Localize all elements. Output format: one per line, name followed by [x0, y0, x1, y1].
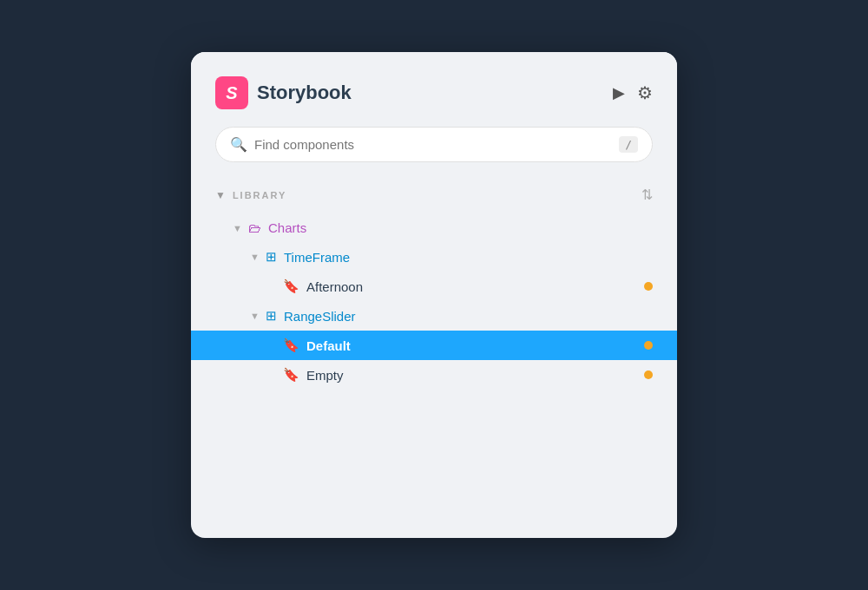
search-shortcut: / [619, 136, 638, 153]
sidebar-item-rangeslider[interactable]: ▼ ⊞ RangeSlider [191, 301, 677, 331]
library-label: LIBRARY [233, 190, 635, 200]
sidebar-item-empty[interactable]: 🔖 Empty [191, 360, 677, 390]
sort-icon[interactable]: ⇅ [641, 187, 653, 203]
sidebar-item-charts[interactable]: ▼ 🗁 Charts [191, 213, 677, 242]
logo-container: S Storybook [215, 76, 613, 109]
item-label: RangeSlider [284, 309, 653, 324]
component-icon: ⊞ [266, 308, 277, 324]
chevron-icon: ▼ [250, 311, 262, 321]
status-dot [644, 370, 653, 379]
storybook-panel: S Storybook ▶ ⚙ 🔍 / ▼ LIBRARY ⇅ ▼ 🗁 Char… [191, 52, 677, 538]
sidebar-item-afternoon[interactable]: 🔖 Afternoon [191, 272, 677, 301]
folder-icon: 🗁 [248, 220, 261, 235]
search-container: 🔍 / [191, 127, 677, 180]
item-label: TimeFrame [284, 250, 653, 265]
bookmark-icon: 🔖 [283, 279, 299, 294]
item-label: Afternoon [306, 279, 644, 294]
item-label: Default [306, 338, 644, 353]
bookmark-icon: 🔖 [283, 338, 299, 353]
search-bar: 🔍 / [215, 127, 653, 162]
header-actions: ▶ ⚙ [613, 82, 653, 103]
sidebar-tree: ▼ 🗁 Charts ▼ ⊞ TimeFrame 🔖 Afternoon ▼ ⊞… [191, 213, 677, 397]
item-label: Empty [306, 368, 644, 383]
component-icon: ⊞ [266, 249, 277, 265]
app-name: Storybook [257, 82, 352, 104]
logo-letter: S [226, 84, 237, 102]
settings-button[interactable]: ⚙ [637, 82, 653, 103]
chevron-icon: ▼ [250, 252, 262, 262]
item-label: Charts [268, 220, 653, 235]
search-input[interactable] [254, 137, 612, 152]
sidebar-item-timeframe[interactable]: ▼ ⊞ TimeFrame [191, 242, 677, 272]
bookmark-icon: 🔖 [283, 367, 299, 383]
chevron-icon: ▼ [233, 223, 245, 233]
play-button[interactable]: ▶ [613, 83, 625, 102]
library-header: ▼ LIBRARY ⇅ [191, 180, 677, 213]
status-dot [644, 282, 653, 291]
status-dot [644, 341, 653, 350]
library-chevron-icon[interactable]: ▼ [215, 189, 226, 201]
sidebar-item-default[interactable]: 🔖 Default [191, 331, 677, 360]
header: S Storybook ▶ ⚙ [191, 52, 677, 127]
storybook-logo: S [215, 76, 248, 109]
search-icon: 🔍 [230, 136, 247, 153]
